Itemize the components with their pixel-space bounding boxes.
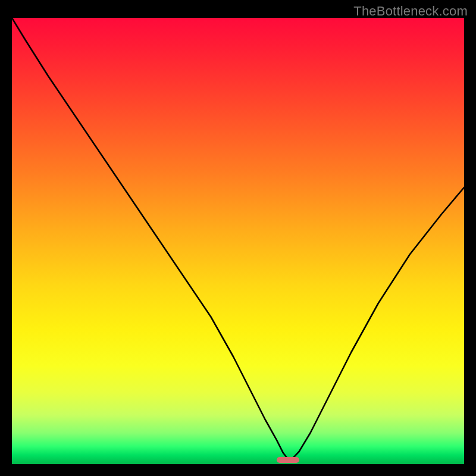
curve-layer (12, 18, 464, 464)
chart-frame: TheBottleneck.com (0, 0, 476, 476)
bottleneck-curve (12, 18, 464, 459)
plot-area (12, 18, 464, 464)
optimum-marker (277, 457, 299, 463)
watermark-text: TheBottleneck.com (353, 4, 468, 19)
